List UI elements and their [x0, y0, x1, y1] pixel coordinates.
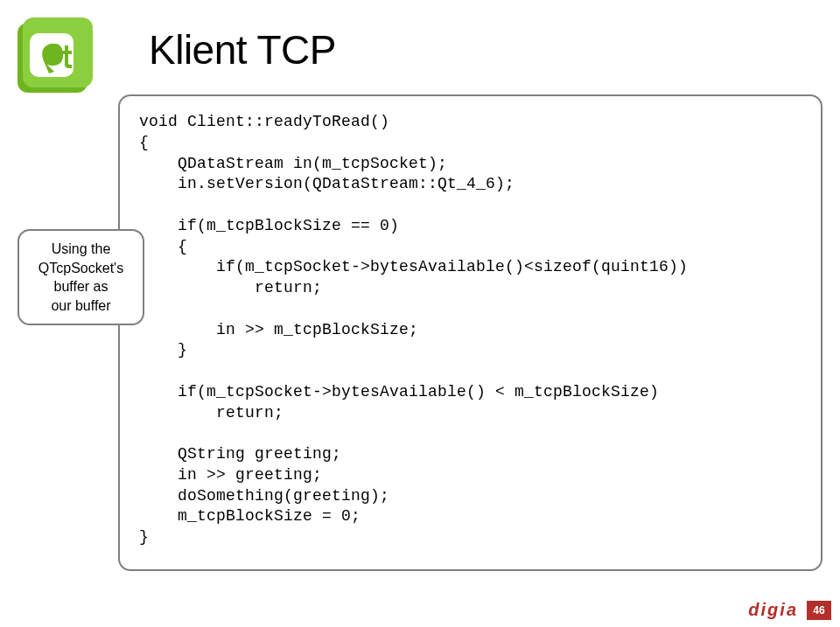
code-block: void Client::readyToRead() { QDataStream… [118, 94, 822, 571]
annotation-text-2: QTcpSocket's [38, 261, 123, 275]
page-number: 46 [807, 601, 831, 620]
code-content: void Client::readyToRead() { QDataStream… [139, 112, 803, 548]
annotation-callout: Using the QTcpSocket's buffer as our buf… [18, 229, 144, 325]
slide-title: Klient TCP [149, 26, 336, 73]
digia-logo: digia [748, 600, 798, 620]
annotation-text-4: our buffer [51, 298, 110, 313]
qt-logo-icon [18, 17, 94, 96]
annotation-text-1: Using the [52, 241, 111, 256]
annotation-text-3: buffer as [54, 279, 108, 294]
